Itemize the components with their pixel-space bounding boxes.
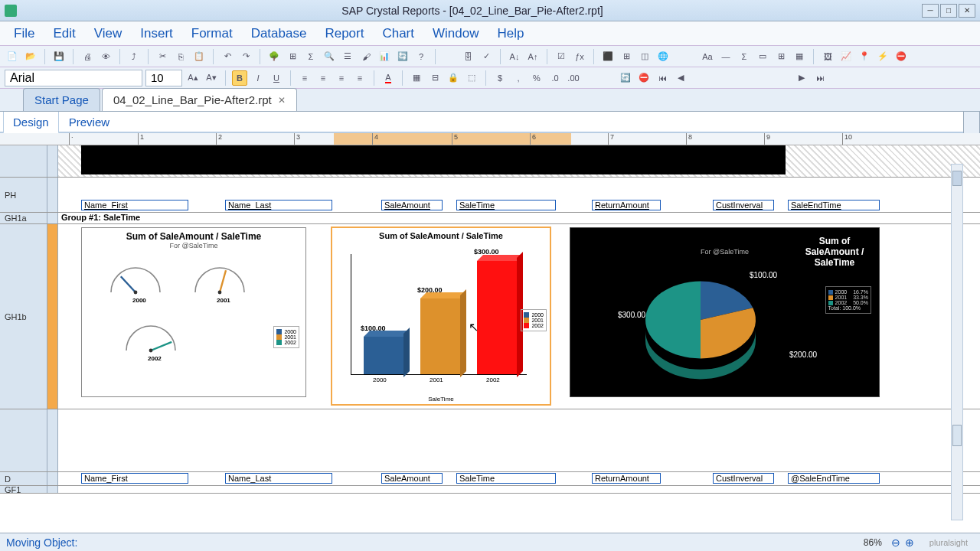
map-button[interactable]: 🌐 — [655, 49, 671, 64]
tab-start-page[interactable]: Start Page — [23, 88, 100, 111]
bar-chart-object[interactable]: Sum of SaleAmount / SaleTime $10 — [331, 227, 551, 406]
section-label-gh1a[interactable]: GH1a — [0, 213, 47, 223]
section-label-d[interactable]: D — [0, 472, 47, 485]
ph-field[interactable]: SaleEndTime — [788, 200, 880, 210]
insert-group-button[interactable]: ⊞ — [285, 49, 300, 64]
d-field[interactable]: SaleAmount — [381, 473, 443, 484]
maximize-button[interactable]: □ — [940, 4, 957, 18]
highlight-expert-button[interactable]: ⬛ — [600, 49, 616, 64]
scrollbar-thumb[interactable] — [952, 171, 962, 186]
ph-field[interactable]: Name_First — [81, 200, 188, 210]
insert-crosstab-button[interactable]: ⊞ — [773, 49, 789, 64]
d-field[interactable]: Name_First — [81, 473, 188, 484]
select-expert-button[interactable]: ☑ — [554, 49, 569, 64]
font-name-combo[interactable]: Arial — [5, 70, 142, 86]
section-label-ph[interactable]: PH — [0, 178, 47, 212]
open-button[interactable]: 📂 — [23, 49, 38, 64]
db-expert-button[interactable]: 🗄 — [460, 49, 475, 64]
decrease-font-button[interactable]: A▾ — [204, 70, 219, 86]
last-page-button[interactable]: ⏭ — [812, 70, 828, 86]
crosstab-button[interactable]: ⊞ — [619, 49, 634, 64]
close-button[interactable]: ✕ — [959, 4, 975, 18]
align-justify-button[interactable]: ≡ — [352, 70, 368, 86]
new-button[interactable]: 📄 — [5, 49, 20, 64]
zoom-level[interactable]: 86% — [864, 537, 882, 548]
menu-file[interactable]: File — [6, 23, 42, 44]
first-page-button[interactable]: ⏮ — [655, 70, 670, 86]
align-right-button[interactable]: ≡ — [334, 70, 349, 86]
d-field[interactable]: SaleTime — [456, 473, 556, 484]
ph-field[interactable]: Name_Last — [225, 200, 332, 210]
menu-help[interactable]: Help — [489, 23, 531, 44]
cut-button[interactable]: ✂ — [155, 49, 170, 64]
insert-picture-button[interactable]: 🖼 — [820, 49, 835, 64]
d-field[interactable]: Name_Last — [225, 473, 332, 484]
percent-button[interactable]: % — [529, 70, 544, 86]
redo-button[interactable]: ↷ — [238, 49, 253, 64]
prev-page-button[interactable]: ◀ — [673, 70, 688, 86]
insert-map-button[interactable]: 📍 — [857, 49, 872, 64]
dec-decimal-button[interactable]: .00 — [566, 70, 581, 86]
align-center-button[interactable]: ≡ — [315, 70, 331, 86]
copy-button[interactable]: ⎘ — [173, 49, 188, 64]
horizontal-ruler[interactable]: · 1 2 3 4 5 6 7 8 9 10 — [0, 133, 980, 145]
toggle-group-tree-button[interactable]: 🌳 — [266, 49, 282, 64]
ph-field[interactable]: SaleTime — [456, 200, 556, 210]
help-button[interactable]: ? — [413, 49, 429, 64]
print-button[interactable]: 🖨 — [80, 49, 95, 64]
tab-close-icon[interactable]: ✕ — [278, 95, 286, 106]
report-header-object[interactable] — [81, 145, 786, 174]
insert-subreport-button[interactable]: ▦ — [792, 49, 807, 64]
menu-window[interactable]: Window — [425, 23, 486, 44]
menu-database[interactable]: Database — [243, 23, 315, 44]
pie-chart-object[interactable]: Sum of SaleAmount / SaleTime For @SaleTi… — [570, 227, 880, 397]
d-field[interactable]: ReturnAmount — [592, 473, 661, 484]
font-color-button[interactable]: A — [381, 70, 396, 86]
inc-decimal-button[interactable]: .0 — [547, 70, 563, 86]
d-field[interactable]: @SaleEndTime — [788, 473, 880, 484]
section-label-rh[interactable] — [0, 145, 47, 177]
insert-sum-button[interactable]: Σ — [737, 49, 752, 64]
insert-text-button[interactable]: Aa — [700, 49, 715, 64]
sort-asc-button[interactable]: A↓ — [507, 49, 522, 64]
tab-report-file[interactable]: 04_02_Line_Bar_Pie-After2.rpt ✕ — [102, 88, 297, 111]
next-page-button[interactable]: ▶ — [794, 70, 809, 86]
olap-button[interactable]: ◫ — [637, 49, 652, 64]
undo-button[interactable]: ↶ — [220, 49, 235, 64]
section-label-gh1b[interactable]: GH1b — [0, 224, 47, 409]
menu-view[interactable]: View — [87, 23, 130, 44]
ph-field[interactable]: ReturnAmount — [592, 200, 661, 210]
section-expert-button[interactable]: ☰ — [340, 49, 355, 64]
group-header-field[interactable]: Group #1: SaleTime — [61, 213, 140, 222]
minimize-button[interactable]: ─ — [922, 4, 939, 18]
save-button[interactable]: 💾 — [51, 49, 67, 64]
zoom-out-icon[interactable]: ⊖ — [891, 536, 900, 549]
italic-button[interactable]: I — [250, 70, 266, 86]
border-button[interactable]: ▦ — [409, 70, 424, 86]
bold-button[interactable]: B — [232, 70, 247, 86]
selection-expert-button[interactable]: 🔍 — [322, 49, 337, 64]
ph-field[interactable]: CustInverval — [713, 200, 774, 210]
menu-chart[interactable]: Chart — [374, 23, 422, 44]
refresh-button[interactable]: 🔄 — [395, 49, 410, 64]
insert-box-button[interactable]: ▭ — [755, 49, 770, 64]
tab-preview[interactable]: Preview — [59, 111, 119, 133]
lock-format-button[interactable]: 🔒 — [446, 70, 461, 86]
menu-edit[interactable]: Edit — [45, 23, 83, 44]
ph-field[interactable]: SaleAmount — [381, 200, 443, 210]
scrollbar-grip[interactable] — [952, 425, 962, 446]
sort-desc-button[interactable]: A↑ — [525, 49, 541, 64]
insert-summary-button[interactable]: Σ — [303, 49, 318, 64]
stop-button[interactable]: ⛔ — [636, 70, 652, 86]
align-left-button[interactable]: ≡ — [297, 70, 312, 86]
verify-db-button[interactable]: ✓ — [479, 49, 494, 64]
menu-format[interactable]: Format — [184, 23, 240, 44]
currency-button[interactable]: $ — [492, 70, 508, 86]
refresh-data-button[interactable]: 🔄 — [618, 70, 633, 86]
d-field[interactable]: CustInverval — [713, 473, 774, 484]
lock-size-button[interactable]: ⬚ — [464, 70, 479, 86]
vertical-scrollbar[interactable] — [951, 164, 963, 520]
section-label-gf1[interactable]: GF1 — [0, 486, 47, 493]
export-button[interactable]: ⤴ — [126, 49, 142, 64]
formula-button[interactable]: ƒx — [572, 49, 587, 64]
